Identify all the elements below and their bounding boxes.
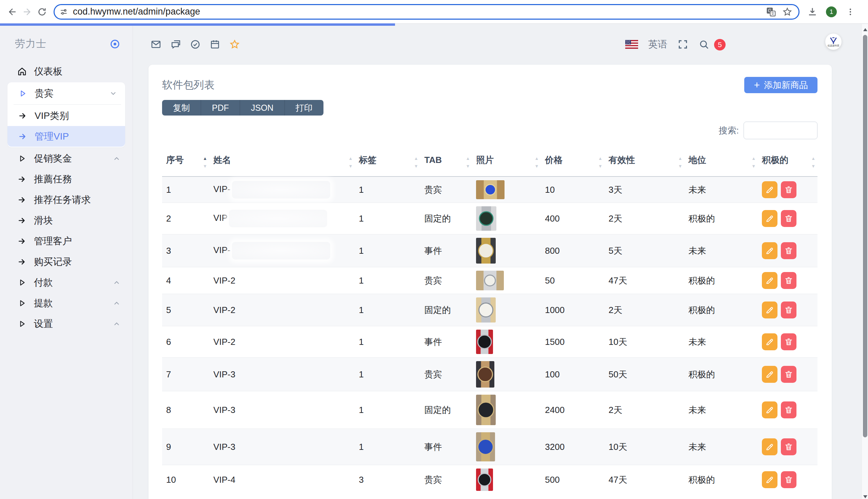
table-row: 7VIP-31贵宾10050天积极的 [162, 358, 818, 391]
edit-button[interactable] [762, 272, 777, 289]
scrollbar-thumb[interactable] [863, 35, 867, 437]
cell-actions [758, 203, 818, 234]
sidebar-item-withdrawals[interactable]: 提款 [0, 293, 133, 313]
delete-button[interactable] [781, 333, 796, 350]
browser-reload-button[interactable] [35, 4, 49, 19]
sidebar-item-vip-category[interactable]: VIP类别 [8, 105, 125, 126]
sidebar-item-payments[interactable]: 付款 [0, 272, 133, 293]
translate-icon[interactable]: G文 [766, 7, 776, 17]
sidebar-item-promo-bonus[interactable]: 促销奖金 [0, 148, 133, 169]
delete-button[interactable] [781, 210, 796, 227]
column-header-标签[interactable]: 标签▲▼ [355, 149, 420, 177]
sidebar-item-manage-customers[interactable]: 管理客户 [0, 231, 133, 251]
sort-arrows-icon[interactable]: ▲▼ [203, 156, 207, 168]
edit-button[interactable] [762, 210, 777, 227]
cell-serial: 7 [162, 358, 209, 391]
sort-arrows-icon[interactable]: ▲▼ [465, 156, 470, 168]
delete-button[interactable] [781, 242, 796, 259]
address-bar[interactable]: cod.hwymw.net/admin/package G文 [53, 4, 799, 20]
edit-button[interactable] [762, 438, 777, 455]
favorite-star-icon[interactable] [229, 39, 240, 50]
table-row: 6VIP-21事件150010天未来 [162, 326, 818, 358]
page-title: 软件包列表 [162, 78, 215, 92]
column-header-积极的[interactable]: 积极的▲▼ [758, 149, 818, 177]
chat-icon[interactable] [170, 39, 181, 50]
sidebar-pin-icon[interactable] [109, 39, 120, 49]
language-label[interactable]: 英语 [648, 38, 667, 51]
column-header-TAB[interactable]: TAB▲▼ [420, 149, 472, 177]
check-circle-icon[interactable] [190, 39, 201, 50]
edit-button[interactable] [762, 471, 777, 488]
export-button-pdf[interactable]: PDF [201, 100, 240, 115]
user-avatar[interactable]: 优选源码库 [825, 34, 842, 50]
sort-arrows-icon[interactable]: ▲▼ [414, 156, 418, 168]
column-header-姓名[interactable]: 姓名▲▼ [209, 149, 355, 177]
export-button-json[interactable]: JSON [240, 100, 284, 115]
table-search-input[interactable] [744, 122, 818, 139]
delete-button[interactable] [781, 366, 796, 383]
browser-forward-button[interactable] [20, 4, 35, 19]
scrollbar-up-arrow[interactable] [863, 28, 867, 31]
browser-menu-kebab-icon[interactable] [843, 4, 858, 19]
sort-arrows-icon[interactable]: ▲▼ [811, 156, 816, 168]
column-header-序号[interactable]: 序号▲▼ [162, 149, 209, 177]
sidebar-item-purchase-records[interactable]: 购买记录 [0, 251, 133, 272]
product-photo [476, 468, 493, 491]
trash-icon [784, 370, 793, 379]
column-header-有效性[interactable]: 有效性▲▼ [605, 149, 685, 177]
mail-icon[interactable] [151, 39, 162, 50]
table-row: 4VIP-21贵宾5047天积极的 [162, 267, 818, 294]
sidebar-item-referral-task-request[interactable]: 推荐任务请求 [0, 190, 133, 210]
scrollbar-down-arrow[interactable] [863, 495, 867, 498]
edit-button[interactable] [762, 181, 777, 198]
sidebar-item-slider[interactable]: 滑块 [0, 210, 133, 231]
delete-button[interactable] [781, 272, 796, 289]
search-icon[interactable] [699, 39, 709, 50]
triangle-icon [17, 88, 28, 99]
edit-button[interactable] [762, 401, 777, 418]
fullscreen-icon[interactable] [677, 39, 688, 50]
export-button-复制[interactable]: 复制 [162, 100, 201, 115]
triangle-icon [17, 278, 27, 288]
delete-button[interactable] [781, 401, 796, 418]
bookmark-star-icon[interactable] [782, 7, 793, 17]
edit-button[interactable] [762, 242, 777, 259]
table-row: 3VIP-1事件8005天未来 [162, 234, 818, 267]
column-label: 地位 [689, 155, 706, 165]
sort-arrows-icon[interactable]: ▲▼ [598, 156, 603, 168]
sidebar-item-referral-task[interactable]: 推薦任務 [0, 169, 133, 190]
column-header-价格[interactable]: 价格▲▼ [541, 149, 605, 177]
edit-button[interactable] [762, 366, 777, 383]
sidebar-item-manage-vip[interactable]: 管理VIP [8, 126, 125, 147]
delete-button[interactable] [781, 438, 796, 455]
column-header-照片[interactable]: 照片▲▼ [472, 149, 541, 177]
column-header-地位[interactable]: 地位▲▼ [685, 149, 758, 177]
sort-arrows-icon[interactable]: ▲▼ [751, 156, 756, 168]
sort-arrows-icon[interactable]: ▲▼ [534, 156, 539, 168]
edit-button[interactable] [762, 333, 777, 350]
cell-photo [472, 267, 541, 294]
arrow-right-icon [17, 111, 28, 121]
url-text[interactable]: cod.hwymw.net/admin/package [73, 7, 760, 17]
cell-actions [758, 358, 818, 391]
language-flag-icon[interactable] [625, 40, 638, 49]
sidebar-item-dashboard[interactable]: 仪表板 [0, 61, 133, 82]
sidebar-item-label: 仪表板 [34, 65, 62, 78]
browser-profile-avatar[interactable]: 1 [826, 7, 837, 17]
export-button-打印[interactable]: 打印 [284, 100, 323, 115]
sidebar-item-label: VIP类别 [35, 109, 69, 122]
sort-arrows-icon[interactable]: ▲▼ [348, 156, 353, 168]
sidebar-item-vip[interactable]: 贵宾 [8, 83, 125, 104]
download-icon[interactable] [805, 4, 820, 19]
add-new-product-button[interactable]: + 添加新商品 [744, 77, 818, 93]
delete-button[interactable] [781, 181, 796, 198]
page-scrollbar[interactable] [861, 24, 868, 499]
browser-back-button[interactable] [5, 4, 20, 19]
sidebar-item-settings[interactable]: 设置 [0, 313, 133, 334]
edit-button[interactable] [762, 302, 777, 318]
sort-arrows-icon[interactable]: ▲▼ [678, 156, 682, 168]
site-settings-icon[interactable] [59, 8, 68, 16]
calendar-icon[interactable] [210, 39, 221, 50]
delete-button[interactable] [781, 471, 796, 488]
delete-button[interactable] [781, 302, 796, 318]
